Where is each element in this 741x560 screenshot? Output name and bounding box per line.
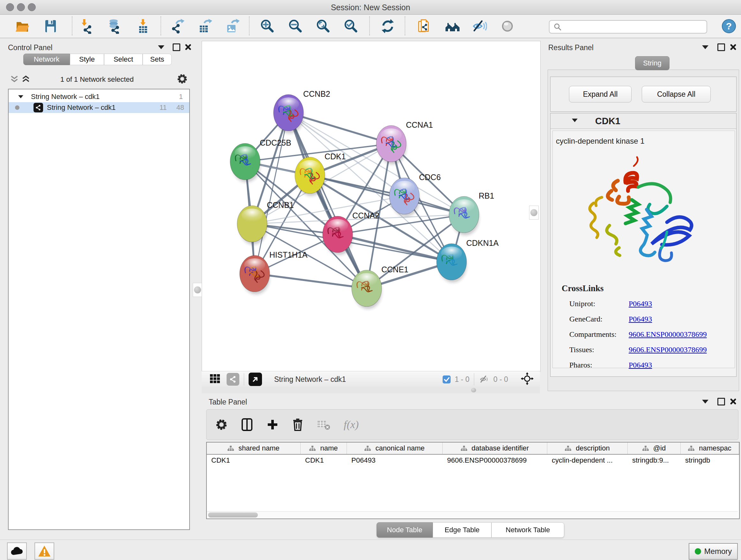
zoom-out-icon[interactable] <box>287 18 304 35</box>
apply-style-refresh-icon[interactable] <box>380 18 396 35</box>
add-column-icon[interactable] <box>266 419 279 431</box>
collapse-all-button[interactable]: Collapse All <box>642 86 711 103</box>
table-panel-close-icon[interactable] <box>730 398 736 405</box>
tab-network[interactable]: Network <box>23 54 70 65</box>
protein-section-header[interactable]: CDK1 <box>550 113 736 129</box>
column-header[interactable]: @id <box>628 442 681 454</box>
control-panel-close-icon[interactable] <box>185 44 191 50</box>
crosslink-link[interactable]: 9606.ENSP00000378699 <box>629 346 707 354</box>
toolbar-divider <box>160 16 161 36</box>
birds-eye-view-icon[interactable] <box>521 372 534 386</box>
search-input[interactable] <box>562 22 697 31</box>
control-panel-menu-icon[interactable] <box>158 45 164 49</box>
export-image-icon[interactable] <box>224 18 241 35</box>
horizontal-splitter[interactable] <box>202 387 540 393</box>
zoom-selected-icon[interactable] <box>343 18 359 35</box>
network-collection-row[interactable]: String Network – cdk1 1 <box>9 91 189 102</box>
string-style-icon[interactable] <box>226 373 239 386</box>
table-horizontal-scrollbar[interactable] <box>207 511 738 518</box>
column-header[interactable]: description <box>547 442 628 454</box>
results-panel-close-icon[interactable] <box>730 44 736 50</box>
delete-table-icon <box>317 419 330 430</box>
search-icon <box>553 23 562 31</box>
svg-text:RB1: RB1 <box>479 191 494 200</box>
export-network-icon[interactable] <box>169 18 186 35</box>
import-network-icon[interactable] <box>78 18 95 35</box>
table-cell[interactable]: cyclin-dependent ... <box>547 455 628 466</box>
cloud-button[interactable] <box>7 543 27 560</box>
table-panel-float-icon[interactable] <box>718 398 725 406</box>
netbar-divider <box>244 373 244 385</box>
tab-sets[interactable]: Sets <box>143 54 172 65</box>
tab-string[interactable]: String <box>635 56 670 70</box>
crosslink-link[interactable]: P06493 <box>629 300 652 308</box>
table-panel-menu-icon[interactable] <box>702 400 709 403</box>
zoom-fit-icon[interactable] <box>315 18 332 35</box>
delete-column-icon[interactable] <box>292 418 304 431</box>
network-svg[interactable]: CCNB2CCNA1CDC25BCDK1CDC6RB1CCNB1CCNA2CDK… <box>202 41 540 371</box>
scrollbar-thumb[interactable] <box>208 512 258 517</box>
table-cell[interactable]: stringdb <box>681 455 739 466</box>
column-header[interactable]: shared name <box>207 442 300 454</box>
import-table-icon[interactable] <box>135 18 151 35</box>
node-table[interactable]: shared namenamecanonical namedatabase id… <box>206 442 740 519</box>
hidden-count-group: 0 - 0 <box>479 374 508 384</box>
left-splitter-handle[interactable] <box>193 283 202 297</box>
section-expander-icon[interactable] <box>572 119 578 122</box>
table-cell[interactable]: P06493 <box>347 455 443 466</box>
tab-node-table[interactable]: Node Table <box>377 522 433 538</box>
warning-icon <box>38 545 51 557</box>
table-cell[interactable]: 9606.ENSP00000378699 <box>443 455 547 466</box>
right-splitter-handle[interactable] <box>529 206 539 220</box>
table-cell[interactable]: CDK1 <box>207 455 300 466</box>
crosslink-link[interactable]: 9606.ENSP00000378699 <box>629 330 707 339</box>
crosslink-link[interactable]: P06493 <box>629 315 652 323</box>
open-session-icon[interactable] <box>14 18 30 35</box>
function-builder-icon: f(x) <box>344 419 359 431</box>
column-header[interactable]: name <box>300 442 347 454</box>
column-header[interactable]: namespac <box>681 442 739 454</box>
netbar-divider <box>474 373 474 385</box>
column-header[interactable]: canonical name <box>347 442 443 454</box>
table-cell[interactable]: stringdb:9... <box>628 455 681 466</box>
zoom-in-icon[interactable] <box>259 18 276 35</box>
export-table-icon[interactable] <box>197 18 213 35</box>
crosslink-row: Compartments:9606.ENSP00000378699 <box>569 330 729 339</box>
glass-eye-icon[interactable] <box>499 18 516 35</box>
results-panel-menu-icon[interactable] <box>702 45 709 49</box>
save-session-icon[interactable] <box>42 18 59 35</box>
tab-select[interactable]: Select <box>104 54 143 65</box>
expand-all-button[interactable]: Expand All <box>569 86 631 103</box>
table-row[interactable]: CDK1CDK1P064939606.ENSP00000378699cyclin… <box>207 455 739 466</box>
table-cell[interactable]: CDK1 <box>300 455 347 466</box>
selected-checkbox-icon[interactable] <box>442 375 451 384</box>
network-options-gear-icon[interactable] <box>177 73 188 85</box>
collection-expander-icon[interactable] <box>18 95 23 98</box>
string-import-document-icon[interactable] <box>416 18 433 35</box>
network-row-selected[interactable]: String Network – cdk1 11 48 <box>9 102 189 113</box>
import-network-from-database-icon[interactable] <box>106 18 123 35</box>
string-home-icon[interactable] <box>444 18 461 35</box>
open-in-new-window-icon[interactable] <box>249 373 262 386</box>
show-columns-icon[interactable] <box>241 418 253 431</box>
column-header[interactable]: database identifier <box>443 442 547 454</box>
help-icon[interactable]: ? <box>721 18 737 35</box>
crosslink-link[interactable]: P06493 <box>629 361 652 369</box>
control-panel-float-icon[interactable] <box>173 44 180 51</box>
tab-style[interactable]: Style <box>70 54 104 65</box>
warnings-button[interactable] <box>35 543 54 560</box>
results-panel-float-icon[interactable] <box>718 44 725 51</box>
memory-button[interactable]: Memory <box>689 543 738 560</box>
search-field[interactable] <box>549 20 707 34</box>
tab-network-table[interactable]: Network Table <box>491 522 564 538</box>
network-canvas[interactable]: CCNB2CCNA1CDC25BCDK1CDC6RB1CCNB1CCNA2CDK… <box>202 41 541 372</box>
show-grid-icon[interactable] <box>209 373 221 386</box>
hidden-eye-icon[interactable] <box>479 374 489 384</box>
crosslink-label: Pharos: <box>569 361 629 369</box>
tab-edge-table[interactable]: Edge Table <box>433 522 491 538</box>
table-gear-icon[interactable] <box>215 419 227 431</box>
title-bar: Session: New Session <box>0 0 741 15</box>
hide-glass-eye-icon[interactable] <box>471 18 488 35</box>
selected-count-group: 1 - 0 <box>442 375 469 384</box>
table-panel-title: Table Panel <box>209 398 247 407</box>
